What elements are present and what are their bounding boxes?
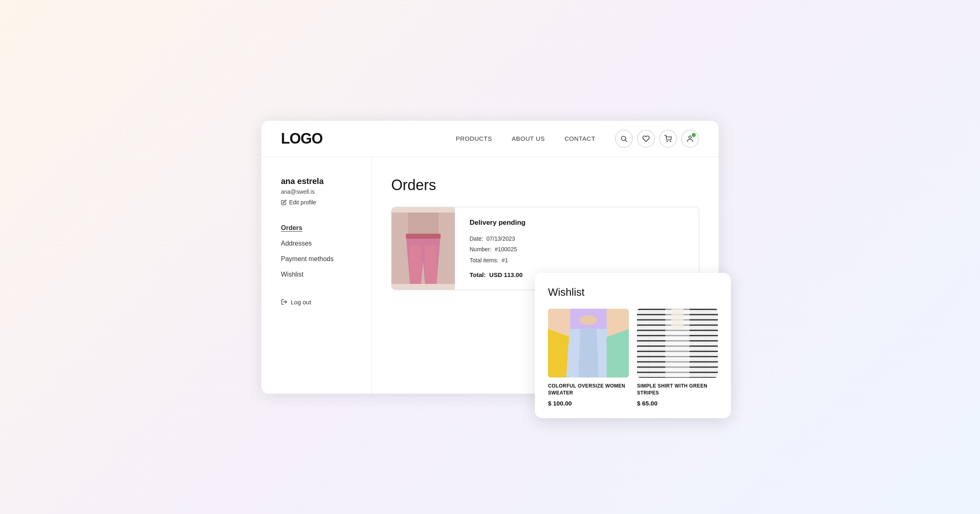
- date-label: Date:: [470, 235, 483, 242]
- sidebar-item-payment[interactable]: Payment methods: [281, 251, 355, 267]
- sweater-name: COLORFUL OVERSIZE WOMEN SWEATER: [548, 383, 629, 397]
- heart-icon: [642, 135, 650, 142]
- order-details: Delivery pending Date: 07/13/2023 Number…: [455, 207, 540, 290]
- site-logo[interactable]: LOGO: [281, 130, 323, 147]
- svg-point-3: [670, 141, 671, 142]
- logout-button[interactable]: Log out: [281, 299, 355, 306]
- number-label: Number:: [470, 246, 492, 253]
- order-number: Number: #100025: [470, 244, 526, 255]
- logout-icon: [281, 299, 287, 305]
- edit-icon: [281, 199, 287, 205]
- cart-icon: [664, 135, 672, 142]
- nav-links: PRODUCTS ABOUT US CONTACT: [456, 135, 595, 142]
- sweater-illustration: [548, 308, 629, 378]
- sidebar: ana estrela ana@swell.is Edit profile Or…: [261, 157, 372, 394]
- svg-point-4: [689, 136, 691, 138]
- wishlist-card: Wishlist: [535, 273, 731, 418]
- user-icon: [686, 135, 694, 142]
- order-total: Total: USD 113.00: [470, 271, 526, 278]
- order-meta: Date: 07/13/2023 Number: #100025 Total i…: [470, 233, 526, 266]
- order-date: Date: 07/13/2023: [470, 233, 526, 244]
- sweater-price: $ 100.00: [548, 400, 629, 407]
- wishlist-icon-button[interactable]: [637, 130, 655, 148]
- navbar: LOGO PRODUCTS ABOUT US CONTACT: [261, 121, 719, 157]
- wishlist-title: Wishlist: [548, 286, 718, 299]
- sidebar-item-orders[interactable]: Orders: [281, 220, 355, 236]
- shirt-image: [637, 308, 718, 378]
- total-label: Total:: [470, 271, 486, 278]
- sidebar-item-addresses[interactable]: Addresses: [281, 236, 355, 251]
- items-label: Total items:: [470, 257, 499, 264]
- order-status: Delivery pending: [470, 219, 526, 227]
- pants-illustration: [392, 213, 455, 284]
- nav-icons: [615, 130, 699, 148]
- account-icon-button[interactable]: [681, 130, 699, 148]
- sweater-image: [548, 308, 629, 378]
- nav-link-products[interactable]: PRODUCTS: [456, 135, 492, 142]
- svg-point-10: [579, 315, 597, 325]
- wishlist-items: COLORFUL OVERSIZE WOMEN SWEATER $ 100.00: [548, 308, 718, 407]
- edit-profile-link[interactable]: Edit profile: [281, 199, 355, 206]
- wishlist-item-shirt[interactable]: SIMPLE SHIRT WITH GREEN STRIPES $ 65.00: [637, 308, 718, 407]
- cart-icon-button[interactable]: [659, 130, 677, 148]
- date-value: 07/13/2023: [486, 235, 515, 242]
- items-value: #1: [502, 257, 508, 264]
- logout-label: Log out: [291, 299, 311, 306]
- svg-point-2: [667, 141, 668, 142]
- sidebar-username: ana estrela: [281, 177, 355, 186]
- sidebar-nav: Orders Addresses Payment methods Wishlis…: [281, 220, 355, 282]
- order-items-count: Total items: #1: [470, 255, 526, 266]
- search-icon-button[interactable]: [615, 130, 633, 148]
- sidebar-email: ana@swell.is: [281, 188, 355, 195]
- shirt-illustration: [637, 308, 718, 378]
- shirt-price: $ 65.00: [637, 400, 718, 407]
- order-image: [392, 207, 455, 290]
- total-value: USD 113.00: [489, 271, 523, 278]
- nav-link-about[interactable]: ABOUT US: [512, 135, 545, 142]
- edit-profile-label: Edit profile: [289, 199, 316, 206]
- svg-rect-7: [408, 213, 439, 237]
- page-title: Orders: [391, 177, 699, 194]
- sidebar-item-wishlist[interactable]: Wishlist: [281, 267, 355, 282]
- shirt-name: SIMPLE SHIRT WITH GREEN STRIPES: [637, 383, 718, 397]
- svg-rect-8: [406, 234, 441, 239]
- number-value: #100025: [494, 246, 517, 253]
- svg-line-1: [625, 140, 627, 142]
- search-icon: [620, 135, 628, 142]
- wishlist-item-sweater[interactable]: COLORFUL OVERSIZE WOMEN SWEATER $ 100.00: [548, 308, 629, 407]
- nav-link-contact[interactable]: CONTACT: [564, 135, 595, 142]
